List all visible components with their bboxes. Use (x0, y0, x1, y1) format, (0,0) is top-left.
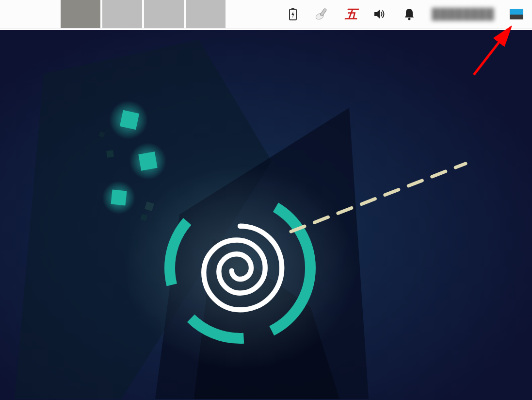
desktop-wallpaper[interactable] (0, 30, 532, 400)
svg-rect-15 (106, 150, 114, 158)
svg-rect-11 (138, 151, 157, 170)
ime-indicator-icon[interactable]: 五 (344, 7, 358, 21)
workspace-switcher (61, 0, 227, 28)
battery-icon[interactable] (286, 7, 300, 21)
volume-icon[interactable] (373, 7, 387, 21)
workspace-1[interactable] (61, 0, 100, 28)
workspace-2[interactable] (102, 0, 142, 28)
system-tray: 五 ████████ (286, 0, 523, 28)
user-area[interactable]: ████████ (432, 8, 494, 20)
svg-rect-1 (291, 8, 294, 9)
svg-rect-9 (120, 110, 139, 130)
workspace-4[interactable] (186, 0, 226, 28)
input-tool-icon[interactable] (315, 7, 329, 21)
notifications-icon[interactable] (403, 7, 416, 21)
svg-rect-13 (111, 190, 127, 206)
show-desktop-button[interactable] (510, 9, 523, 19)
svg-point-4 (408, 18, 411, 20)
workspace-3[interactable] (144, 0, 184, 28)
wallpaper-graphic (0, 30, 532, 400)
ime-label: 五 (345, 6, 357, 23)
top-panel: 五 ████████ (0, 0, 532, 29)
